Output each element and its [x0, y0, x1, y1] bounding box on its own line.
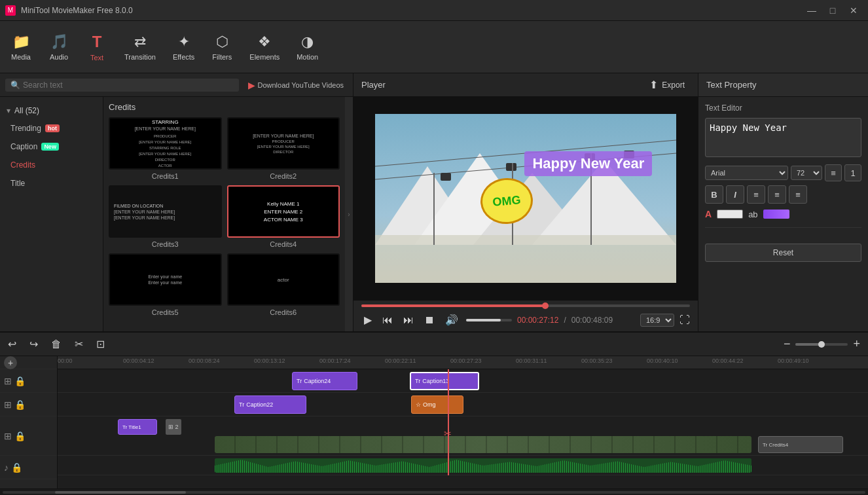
timeline: ↩ ↪ 🗑 ✂ ⊡ − + + ⊞ 🔒: [0, 331, 868, 495]
clip-caption24[interactable]: Tr Caption24: [292, 372, 357, 390]
yt-download-button[interactable]: ▶ Download YouTube Videos: [244, 78, 348, 92]
align-left-button[interactable]: ≡: [747, 185, 765, 204]
clip-segment2[interactable]: ⊞ 2: [166, 419, 181, 435]
crop-button[interactable]: ⊡: [94, 337, 107, 352]
left-panel: 🔍 ▶ Download YouTube Videos ▾ All (52) T…: [0, 73, 353, 331]
next-frame-button[interactable]: ⏭: [401, 313, 416, 327]
clip-audio[interactable]: [215, 458, 751, 473]
progress-bar[interactable]: [361, 304, 690, 307]
cat-trending[interactable]: Trending hot: [0, 119, 103, 138]
credit-item-5[interactable]: Enter your name Enter your name Credits5: [109, 253, 222, 316]
text-editor-section: Text Editor Happy New Year Arial Times N…: [698, 97, 868, 268]
track-note-icon[interactable]: ♪: [4, 462, 9, 473]
fullscreen-button[interactable]: ⛶: [679, 314, 690, 326]
undo-button[interactable]: ↩: [5, 337, 19, 352]
bg-color-swatch[interactable]: [763, 210, 789, 219]
credit-item-2[interactable]: [ENTER YOUR NAME HERE] PRODUCER [ENTER Y…: [227, 117, 340, 180]
media-icon: 📁: [12, 33, 30, 50]
add-track-row: +: [0, 356, 57, 369]
credit-thumb-3: FILMED ON LOCATION [ENTER YOUR NAME HERE…: [109, 185, 222, 238]
toolbar-elements[interactable]: ❖ Elements: [242, 29, 287, 65]
cat-title[interactable]: Title: [0, 174, 103, 192]
align-center-button[interactable]: ≡: [768, 185, 786, 204]
timeline-scrollbar[interactable]: [0, 488, 868, 495]
add-video-track-button[interactable]: +: [4, 356, 17, 369]
timeline-ruler-and-tracks: 00:00 00:00:04:12 00:00:08:24 00:00:13:1…: [58, 356, 868, 488]
clip-omg-icon: ☆: [416, 401, 421, 408]
toolbar-effects[interactable]: ✦ Effects: [165, 29, 202, 65]
list-button[interactable]: ≡: [825, 164, 842, 181]
prev-frame-button[interactable]: ⏮: [380, 313, 395, 327]
zoom-in-button[interactable]: +: [850, 336, 863, 352]
toolbar-audio[interactable]: 🎵 Audio: [41, 29, 77, 65]
progress-thumb[interactable]: [542, 302, 549, 309]
clip-caption22[interactable]: Tr Caption22: [234, 395, 306, 414]
credit-item-4[interactable]: Kelly NAME 1 ENTER NAME 2 ACTOR NAME 3 C…: [227, 185, 340, 248]
clip-video-strip[interactable]: [215, 436, 751, 453]
credits-section-title: Credits: [109, 102, 340, 112]
zoom-slider[interactable]: [795, 343, 848, 346]
restore-button[interactable]: □: [823, 4, 842, 17]
track-grid-icon-3[interactable]: ⊞: [4, 431, 12, 441]
credits-grid: STARRING[ENTER YOUR NAME HERE] PRODUCER …: [109, 117, 340, 316]
aspect-ratio-select[interactable]: 16:9 9:16 1:1: [640, 314, 674, 327]
zoom-out-button[interactable]: −: [781, 336, 793, 352]
cat-caption[interactable]: Caption New: [0, 138, 103, 156]
font-select[interactable]: Arial Times New Roman Verdana: [705, 166, 788, 180]
stop-button[interactable]: ⏹: [422, 313, 437, 327]
track-grid-icon-2[interactable]: ⊞: [4, 399, 12, 410]
filters-icon: ⬡: [216, 33, 228, 50]
num-button[interactable]: 1: [844, 164, 861, 181]
track-lock-icon-1[interactable]: 🔒: [14, 376, 26, 386]
export-button[interactable]: ⬆ Export: [644, 76, 690, 94]
clip-omg[interactable]: ☆ Omg: [411, 395, 463, 414]
transition-icon: ⇄: [134, 33, 146, 50]
track-lock-icon-4[interactable]: 🔒: [11, 462, 22, 473]
app-title: MiniTool MovieMaker Free 8.0.0: [21, 6, 797, 15]
cat-credits[interactable]: Credits: [0, 156, 103, 174]
toolbar-motion[interactable]: ◑ Motion: [289, 29, 326, 65]
toolbar-filters[interactable]: ⬡ Filters: [204, 29, 240, 65]
clip-credits4[interactable]: Tr Credits4: [758, 436, 843, 453]
track-header-caption1: ⊞ 🔒: [0, 369, 57, 393]
zoom-controls: − +: [781, 336, 863, 352]
text-edit-area[interactable]: Happy New Year: [705, 118, 861, 157]
track-lock-icon-3[interactable]: 🔒: [14, 431, 26, 441]
toolbar-media[interactable]: 📁 Media: [3, 29, 39, 65]
minimize-button[interactable]: —: [803, 4, 821, 17]
volume-slider[interactable]: [466, 319, 512, 321]
credit-item-3[interactable]: FILMED ON LOCATION [ENTER YOUR NAME HERE…: [109, 185, 222, 248]
toolbar-text[interactable]: T Text: [79, 29, 115, 65]
search-box[interactable]: 🔍: [5, 79, 239, 92]
credit-item-6[interactable]: actor Credits6: [227, 253, 340, 316]
redo-button[interactable]: ↪: [27, 337, 41, 352]
bold-button[interactable]: B: [705, 185, 723, 204]
color-row: A ab: [705, 209, 861, 219]
toolbar-transition[interactable]: ⇄ Transition: [117, 29, 164, 65]
italic-button[interactable]: I: [726, 185, 744, 204]
search-input[interactable]: [23, 81, 234, 90]
window-controls: — □ ✕: [803, 4, 863, 17]
track-lock-icon-2[interactable]: 🔒: [14, 399, 26, 410]
align-right-button[interactable]: ≡: [789, 185, 807, 204]
cut-button[interactable]: ✂: [72, 337, 86, 352]
player-controls: ▶ ⏮ ⏭ ⏹ 🔊 00:00:27:12 / 00:00:48:09 16:9…: [353, 300, 698, 331]
delete-button[interactable]: 🗑: [48, 337, 64, 352]
close-button[interactable]: ✕: [844, 4, 863, 17]
font-size-select[interactable]: 72 48 36 24: [791, 166, 822, 180]
reset-button[interactable]: Reset: [705, 244, 861, 262]
credit-thumb-2: [ENTER YOUR NAME HERE] PRODUCER [ENTER Y…: [227, 117, 340, 170]
track-grid-icon-1[interactable]: ⊞: [4, 376, 12, 386]
play-button[interactable]: ▶: [361, 312, 374, 327]
panel-expand-arrow[interactable]: ›: [345, 97, 353, 331]
total-time: 00:00:48:09: [571, 316, 613, 325]
player-title: Player: [361, 80, 386, 90]
text-color-swatch[interactable]: [717, 210, 743, 219]
cat-header-all[interactable]: ▾ All (52): [0, 102, 103, 119]
h-scroll-thumb[interactable]: [55, 491, 186, 494]
volume-button[interactable]: 🔊: [443, 312, 461, 327]
credit-item-1[interactable]: STARRING[ENTER YOUR NAME HERE] PRODUCER …: [109, 117, 222, 180]
clip-caption13[interactable]: Tr Caption13: [410, 372, 479, 390]
clip-title1[interactable]: Tr Title1: [118, 419, 157, 435]
font-controls-row: Arial Times New Roman Verdana 72 48 36 2…: [705, 164, 861, 181]
